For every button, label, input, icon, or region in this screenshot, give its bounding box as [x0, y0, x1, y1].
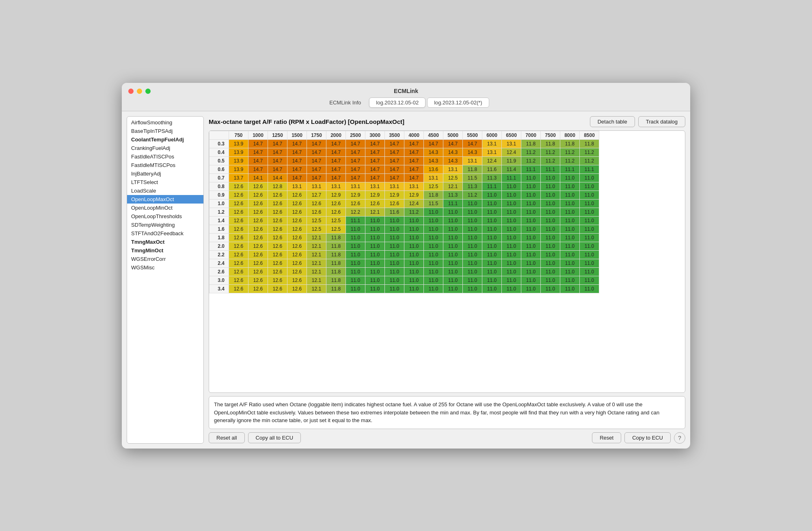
table-cell[interactable]: 11.0 — [385, 250, 404, 259]
table-cell[interactable]: 11.0 — [346, 284, 365, 293]
table-cell[interactable]: 12.6 — [248, 216, 268, 225]
table-cell[interactable]: 13.1 — [424, 173, 443, 182]
table-cell[interactable]: 12.6 — [248, 182, 268, 191]
table-cell[interactable]: 11.2 — [404, 208, 424, 216]
table-cell[interactable]: 11.0 — [502, 267, 521, 276]
table-cell[interactable]: 11.0 — [580, 225, 599, 233]
table-cell[interactable]: 14.7 — [385, 139, 404, 148]
table-cell[interactable]: 11.0 — [385, 216, 404, 225]
table-cell[interactable]: 11.0 — [502, 199, 521, 208]
table-cell[interactable]: 11.0 — [502, 284, 521, 293]
table-cell[interactable]: 11.8 — [326, 242, 346, 250]
table-cell[interactable]: 12.1 — [443, 182, 463, 191]
table-cell[interactable]: 12.1 — [307, 233, 326, 242]
table-cell[interactable]: 14.7 — [307, 148, 326, 156]
table-cell[interactable]: 12.6 — [268, 267, 287, 276]
table-cell[interactable]: 12.6 — [248, 259, 268, 267]
table-cell[interactable]: 11.0 — [541, 242, 560, 250]
table-cell[interactable]: 12.6 — [248, 267, 268, 276]
table-cell[interactable]: 13.1 — [463, 156, 482, 165]
table-cell[interactable]: 11.0 — [482, 233, 502, 242]
table-cell[interactable]: 12.6 — [287, 225, 307, 233]
table-cell[interactable]: 11.0 — [502, 250, 521, 259]
table-cell[interactable]: 14.7 — [424, 139, 443, 148]
table-cell[interactable]: 11.0 — [482, 216, 502, 225]
table-cell[interactable]: 11.0 — [346, 250, 365, 259]
table-cell[interactable]: 12.9 — [346, 191, 365, 199]
table-cell[interactable]: 11.0 — [482, 267, 502, 276]
table-cell[interactable]: 11.0 — [385, 259, 404, 267]
table-cell[interactable]: 11.0 — [541, 208, 560, 216]
table-cell[interactable]: 12.6 — [268, 225, 287, 233]
table-cell[interactable]: 11.0 — [346, 233, 365, 242]
table-cell[interactable]: 11.1 — [541, 165, 560, 173]
table-cell[interactable]: 14.7 — [365, 165, 385, 173]
sidebar-item-crankingfueladj[interactable]: CrankingFuelAdj — [127, 144, 203, 152]
table-cell[interactable]: 11.0 — [385, 233, 404, 242]
table-cell[interactable]: 11.0 — [365, 216, 385, 225]
table-cell[interactable]: 11.8 — [580, 139, 599, 148]
table-cell[interactable]: 14.3 — [443, 156, 463, 165]
table-cell[interactable]: 13.1 — [326, 182, 346, 191]
sidebar-item-sdtempweighting[interactable]: SDTempWeighting — [127, 221, 203, 229]
table-cell[interactable]: 12.6 — [268, 216, 287, 225]
table-cell[interactable]: 12.6 — [229, 242, 248, 250]
table-cell[interactable]: 14.7 — [346, 165, 365, 173]
table-cell[interactable]: 14.7 — [385, 148, 404, 156]
table-cell[interactable]: 12.6 — [307, 199, 326, 208]
table-cell[interactable]: 12.6 — [287, 216, 307, 225]
table-cell[interactable]: 11.0 — [463, 284, 482, 293]
table-cell[interactable]: 12.6 — [229, 216, 248, 225]
table-cell[interactable]: 11.0 — [424, 276, 443, 284]
table-cell[interactable]: 11.0 — [502, 208, 521, 216]
table-cell[interactable]: 12.1 — [307, 284, 326, 293]
table-cell[interactable]: 12.6 — [287, 191, 307, 199]
table-cell[interactable]: 11.8 — [326, 284, 346, 293]
tab-log1[interactable]: log.2023.12.05-02 — [369, 98, 425, 108]
table-cell[interactable]: 14.7 — [326, 139, 346, 148]
table-cell[interactable]: 11.0 — [502, 276, 521, 284]
table-cell[interactable]: 11.2 — [521, 148, 541, 156]
table-cell[interactable]: 11.8 — [326, 267, 346, 276]
table-cell[interactable]: 12.1 — [365, 208, 385, 216]
table-cell[interactable]: 11.0 — [580, 182, 599, 191]
sidebar-item-tmngmaxoct[interactable]: TmngMaxOct — [127, 238, 203, 246]
table-cell[interactable]: 11.6 — [482, 165, 502, 173]
table-cell[interactable]: 12.6 — [229, 233, 248, 242]
table-cell[interactable]: 11.0 — [521, 199, 541, 208]
table-cell[interactable]: 11.0 — [502, 233, 521, 242]
table-cell[interactable]: 11.0 — [560, 225, 580, 233]
table-cell[interactable]: 13.1 — [346, 182, 365, 191]
table-cell[interactable]: 12.6 — [229, 250, 248, 259]
table-cell[interactable]: 14.7 — [248, 148, 268, 156]
table-cell[interactable]: 14.7 — [268, 148, 287, 156]
table-cell[interactable]: 11.0 — [580, 199, 599, 208]
table-cell[interactable]: 14.7 — [248, 165, 268, 173]
table-cell[interactable]: 11.0 — [482, 225, 502, 233]
table-cell[interactable]: 12.4 — [482, 156, 502, 165]
table-cell[interactable]: 12.6 — [229, 267, 248, 276]
table-cell[interactable]: 11.0 — [424, 259, 443, 267]
table-cell[interactable]: 11.8 — [463, 165, 482, 173]
table-cell[interactable]: 11.2 — [580, 148, 599, 156]
table-cell[interactable]: 14.7 — [287, 165, 307, 173]
table-cell[interactable]: 12.6 — [287, 199, 307, 208]
table-cell[interactable]: 11.0 — [521, 276, 541, 284]
table-cell[interactable]: 11.8 — [521, 139, 541, 148]
sidebar-item-injbatteryadj[interactable]: InjBatteryAdj — [127, 169, 203, 178]
sidebar-item-ltftselect[interactable]: LTFTSelect — [127, 178, 203, 186]
table-cell[interactable]: 12.6 — [248, 208, 268, 216]
table-cell[interactable]: 11.0 — [424, 250, 443, 259]
table-cell[interactable]: 11.0 — [346, 225, 365, 233]
table-cell[interactable]: 11.0 — [560, 182, 580, 191]
table-cell[interactable]: 11.0 — [541, 250, 560, 259]
table-cell[interactable]: 12.5 — [424, 182, 443, 191]
sidebar-item-wgsmisc[interactable]: WGSMisc — [127, 263, 203, 272]
table-cell[interactable]: 11.2 — [580, 156, 599, 165]
table-cell[interactable]: 11.0 — [541, 216, 560, 225]
table-cell[interactable]: 11.0 — [385, 284, 404, 293]
table-cell[interactable]: 11.0 — [463, 250, 482, 259]
table-cell[interactable]: 11.2 — [463, 191, 482, 199]
table-cell[interactable]: 12.6 — [307, 208, 326, 216]
table-cell[interactable]: 11.0 — [482, 242, 502, 250]
